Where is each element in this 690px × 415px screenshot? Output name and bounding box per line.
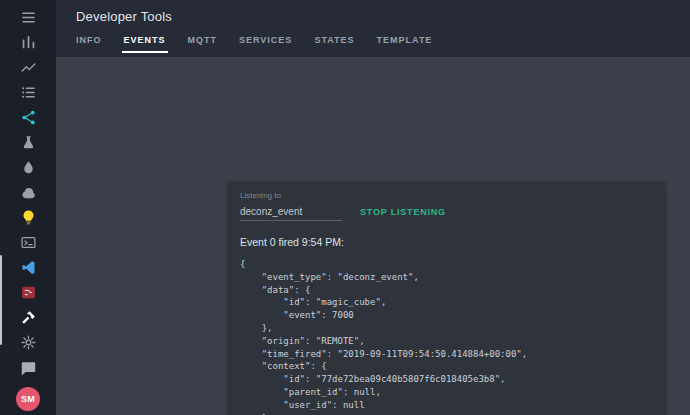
share-network-icon[interactable] xyxy=(15,105,41,130)
user-avatar[interactable]: SM xyxy=(16,387,40,411)
list-icon[interactable] xyxy=(15,80,41,105)
listening-to-label: Listening to xyxy=(240,191,653,200)
vscode-icon[interactable] xyxy=(15,255,41,280)
cloud-icon[interactable] xyxy=(15,180,41,205)
tab-info[interactable]: INFO xyxy=(76,31,102,53)
tab-template[interactable]: TEMPLATE xyxy=(377,31,433,53)
listen-row: STOP LISTENING xyxy=(240,203,653,221)
gear-icon[interactable] xyxy=(15,330,41,355)
event-type-input[interactable] xyxy=(240,203,342,221)
sidebar: SM xyxy=(0,0,56,415)
water-drop-icon[interactable] xyxy=(15,155,41,180)
flask-icon[interactable] xyxy=(15,130,41,155)
stop-listening-button[interactable]: STOP LISTENING xyxy=(356,205,450,219)
bar-chart-icon[interactable] xyxy=(15,30,41,55)
tab-bar: INFO EVENTS MQTT SERVICES STATES TEMPLAT… xyxy=(56,31,690,53)
event-fired-header: Event 0 fired 9:54 PM: xyxy=(240,236,653,248)
hammer-icon[interactable] xyxy=(15,305,41,330)
event-listener-card: Listening to STOP LISTENING Event 0 fire… xyxy=(228,181,665,415)
tab-events[interactable]: EVENTS xyxy=(124,31,166,53)
sidebar-bottom: SM xyxy=(15,356,41,415)
tab-states[interactable]: STATES xyxy=(314,31,354,53)
main-content: Listening to STOP LISTENING Event 0 fire… xyxy=(56,57,690,415)
tab-mqtt[interactable]: MQTT xyxy=(188,31,218,53)
event-json-output: { "event_type": "deconz_event", "data": … xyxy=(240,258,653,415)
node-red-icon[interactable] xyxy=(15,280,41,305)
page-title: Developer Tools xyxy=(56,0,690,24)
chat-icon[interactable] xyxy=(15,356,41,381)
lightbulb-icon[interactable] xyxy=(15,205,41,230)
menu-icon[interactable] xyxy=(15,5,41,30)
line-graph-icon[interactable] xyxy=(15,55,41,80)
terminal-icon[interactable] xyxy=(15,230,41,255)
sidebar-scrollbar[interactable] xyxy=(0,255,2,345)
app-header: Developer Tools INFO EVENTS MQTT SERVICE… xyxy=(56,0,690,57)
tab-services[interactable]: SERVICES xyxy=(239,31,292,53)
